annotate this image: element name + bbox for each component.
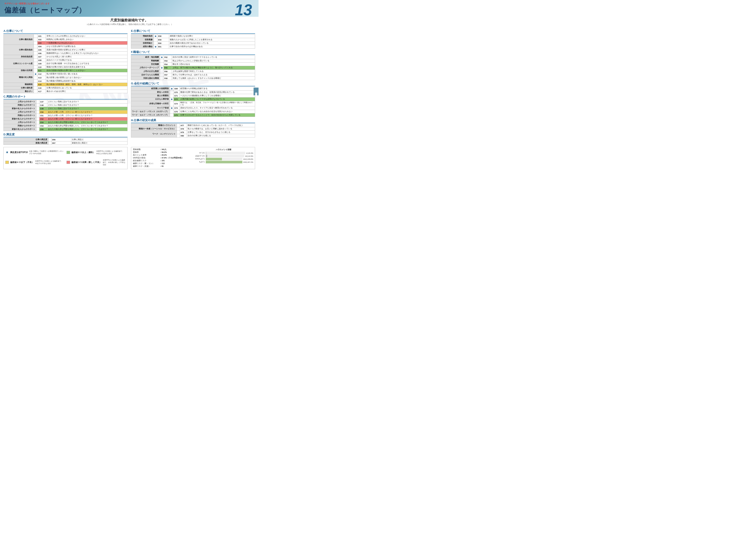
header-note: ※デザインは一部変更になる場合がございます	[4, 2, 254, 5]
stat-row: D/E判定の割合 ：47.5%（うちE判定69名）	[133, 157, 192, 159]
table-row: 変化への対応 G70 職場や仕事で変化があるときは、従業員の意見が聞かれている	[131, 90, 255, 94]
section-e-title: E.仕事について	[131, 29, 255, 34]
table-row: 公正な人事評価 ★ G72 人事評価の結果について十分な説明がなされている	[131, 97, 255, 101]
table-row: キャリア形成 ★ G74 意欲を引き出したり、キャリアに役立つ教育が行われている	[131, 106, 255, 110]
table-row: 情緒的負担 ★ E58 感情面で負担になる仕事だ	[131, 35, 255, 38]
table-row: 職場環境 A15 私の職場の作業環境（騒音、照明、温度、換気など）はよくない	[4, 83, 127, 86]
stats-left: 受検者数 ：341人 受検率 ：94.2% 高ストレス者率 ：20.2% D/E…	[133, 148, 192, 168]
table-row: 職場の一体感（ソーシャル・キャピタル） H78 私たちの職場では、お互いに理解し…	[131, 127, 255, 131]
table-row: 家族や友人からのサポート C52 あなたが困った時、どのくらい頼りになりますか？	[4, 117, 127, 121]
bottom-section: ★ 満足度分析TOP10 全体【優先して改善すべき職場環境ランキング】TOP10…	[3, 147, 255, 169]
legend-star: ★ 満足度分析TOP10 全体【優先して改善すべき職場環境ランキング】TOP10…	[5, 148, 65, 156]
table-row: ワーク・セルフ・バランス（ネガティブ） G75 仕事のことを考えているため自分の…	[131, 110, 255, 114]
table-row: 上司からのサポート C53 あなたの個人的な問題を相談したら、どのくらいきいてく…	[4, 121, 127, 124]
section-a-table: 仕事の量的負担 A01 非常にたくさんの仕事をしなければならない A02 時間内…	[3, 34, 127, 93]
table-row: 技能の活用度 A11 自分の技能や知識を仕事で使うことが少ない	[4, 69, 127, 72]
table-row: 上司からのサポート C50 あなたが困った時、どのくらい頼りになりますか？	[4, 111, 127, 114]
harassment-row: まあそうだ 10人/2.9%	[194, 155, 253, 157]
section-a-title: A.仕事について	[3, 29, 127, 34]
table-row: 上司の公正な態度 F66 上司は誠実な態度で対応してくれる	[131, 70, 255, 73]
legend-grid: ★ 満足度分析TOP10 全体【優先して改善すべき職場環境ランキング】TOP10…	[3, 147, 127, 169]
page-content: 尺度別偏差値傾向です。 （心身のストレス反応領域２９問６尺度は除く。項目の色付け…	[0, 17, 258, 170]
table-row: 家族や友人からのサポート C55 あなたの個人的な問題を相談したら、どのくらいき…	[4, 128, 127, 131]
section-g-table: 経営層との信頼関係 ★ G69 経営層からの情報は信頼できる 変化への対応 G7…	[131, 87, 255, 117]
header: ※デザインは一部変更になる場合がございます 偏差値（ヒートマップ） 13	[0, 0, 258, 17]
table-row: 個人の尊重性 G71 一人ひとりの価値観を大事にしてくれる職場だ	[131, 94, 255, 97]
table-row: 同僚からのサポート C48 どのくらい気軽に話ができますか？	[4, 104, 127, 107]
section-f-table: 経済・地位報酬 ★ F62 自分の仕事に見合う給料やボーナスをもらっている 尊厳…	[131, 55, 255, 80]
page-title: 偏差値（ヒートマップ）	[4, 6, 254, 15]
section-g-title: G.会社や組織について	[131, 81, 255, 86]
table-row: 役割葛藤 E59 複数の人からお互いに矛盾したことを要求される	[131, 38, 255, 41]
table-row: ワーク・セルフ・バランス（ポジティブ） G76 仕事でエネルギーをもらうことで、…	[131, 114, 255, 117]
table-row: 多様な労働者への対応 G73 職場では、（正規、非正規、フルパートなど）色々な立…	[131, 101, 255, 106]
section-h-table: 職場のハラスメント H77 職場で自分がいじめにあっている（セクハラ、パワハラを…	[131, 123, 255, 138]
harassment-row: ちがう 229人/67.2%	[194, 161, 253, 164]
category-cell: 仕事の量的負担	[4, 35, 34, 45]
subtitle-main: 尺度別偏差値傾向です。	[3, 18, 255, 23]
section-d-title: D.満足度	[3, 132, 127, 137]
harassment-section: ハラスメント回答 そうだ 1人/0.3% まあそうだ 10人/2.9%	[194, 148, 253, 168]
table-row: 失敗を認める職場 F68 失敗しても挽回（ばんかい）するチャンスがある職場だ	[131, 77, 255, 80]
table-row: 家族や友人からのサポート C49 どのくらい気軽に話ができますか？	[4, 107, 127, 111]
harassment-row: そうだ 1人/0.3%	[194, 152, 253, 154]
table-row: 身体的負担度 A07 からだを大変よく使う仕事だ	[4, 55, 127, 59]
table-row: 職場のハラスメント H77 職場で自分がいじめにあっている（セクハラ、パワハラを…	[131, 124, 255, 127]
stat-row: 高ストレス者率 ：20.2%	[133, 154, 192, 157]
section-f-title: F.職場について	[131, 50, 255, 55]
page-number: 13	[235, 2, 252, 18]
table-row: ほめてもらえる職場 F67 努力して仕事をすれば、ほめてもらえる	[131, 73, 255, 77]
legend-yellow: 偏差値４０以下（不良） 全国平均との比較による偏差値で、40以下の不良な項目	[5, 157, 65, 167]
table-row: 仕事の満足度 D56 仕事に満足だ	[4, 138, 127, 141]
table-row: 仕事の量的負担 A01 非常にたくさんの仕事をしなければならない	[4, 35, 127, 38]
table-row: ワーク・エンゲイジメント H79 仕事をしていると、活力がみなぎるように感じる	[131, 131, 255, 134]
left-column: A.仕事について 仕事の量的負担 A01 非常にたくさんの仕事をしなければならな…	[3, 28, 127, 146]
table-row: 職場の対人関係 ★ A12 私の部署内で意見の言い違いがある	[4, 72, 127, 76]
harassment-title: ハラスメント回答	[194, 148, 253, 151]
table-row: 役割明確さ E60 自分の職務や責任が何であるか分かっている	[131, 41, 255, 45]
table-row: 尊厳報酬 F63 私は上司からふさわしい評価を受けている	[131, 59, 255, 63]
right-column: E.仕事について 情緒的負担 ★ E58 感情面で負担になる仕事だ 役割葛藤 E…	[131, 28, 255, 146]
stat-row: 健康リスク（支援） ：91	[133, 165, 192, 168]
table-row: 同僚からのサポート C54 あなたの個人的な問題を相談したら、どのくらいきいてく…	[4, 124, 127, 128]
stat-row: 総合健康リスク ：101	[133, 160, 192, 162]
stat-row: 健康リスク（奮－コン） ：112	[133, 162, 192, 165]
table-row: 上司のリーダーシップ ★ F65 上司は、部下が能力を伸ばす機会を持つように、取…	[131, 66, 255, 70]
subtitle-sub: （心身のストレス反応領域２９問６尺度は除く。項目の色付けに関しては左下をご参照く…	[3, 23, 255, 26]
table-row: 仕事のコントロール度 A08 自分のペースで仕事ができる	[4, 59, 127, 62]
stat-row: 受検率 ：94.2%	[133, 151, 192, 154]
section-c-title: C.周囲のサポート	[3, 94, 127, 99]
table-row: 上司からのサポート C47 どのくらい気軽に話ができますか？	[4, 100, 127, 104]
section-c-table: 上司からのサポート C47 どのくらい気軽に話ができますか？ 同僚からのサポート…	[3, 100, 127, 131]
main-columns: A.仕事について 仕事の量的負担 A01 非常にたくさんの仕事をしなければならな…	[3, 28, 255, 146]
legend-green: 偏差値６０以上（優良） 全国平均との比較による偏差値で、60以上の良好な項目	[67, 148, 125, 156]
subtitle-area: 尺度別偏差値傾向です。 （心身のストレス反応領域２９問６尺度は除く。項目の色付け…	[3, 18, 255, 26]
stats-grid: 受検者数 ：341人 受検率 ：94.2% 高ストレス者率 ：20.2% D/E…	[131, 147, 255, 169]
table-row: 家庭の満足度 D57 家庭生活に満足だ	[4, 141, 127, 145]
legend-red: 偏差値３５未満（著しく不良） 全国平均との比較による偏差値で、35未満の著しく不…	[67, 157, 125, 167]
table-row: 同僚からのサポート C51 あなたが困った時、どのくらい頼りになりますか？	[4, 114, 127, 117]
section-d-table: 仕事の満足度 D56 仕事に満足だ 家庭の満足度 D57 家庭生活に満足だ	[3, 138, 127, 145]
table-row: 仕事の質的負担 A04 かなり注意を集中する必要がある	[4, 45, 127, 48]
table-row: 仕事の適性度 A16 仕事の内容自分にあっている	[4, 86, 127, 90]
table-row: 安定報酬 F64 職を失う恐れがある	[131, 63, 255, 66]
table-row: 働きがい A17 働きがいのある仕事だ	[4, 90, 127, 93]
table-row: 成長の機会 ★ E61 仕事で自分の長所をのばす機会がある	[131, 45, 255, 49]
harassment-row: ややちがう 101人/29.6%	[194, 158, 253, 160]
section-h-title: H.仕事の状況や成果	[131, 118, 255, 123]
stat-row: 受検者数 ：341人	[133, 148, 192, 151]
table-row: 経済・地位報酬 ★ F62 自分の仕事に見合う給料やボーナスをもらっている	[131, 56, 255, 59]
sidebar-tab: 偏差値	[254, 88, 258, 95]
table-row: 経営層との信頼関係 ★ G69 経営層からの情報は信頼できる	[131, 87, 255, 90]
section-e-table: 情緒的負担 ★ E58 感情面で負担になる仕事だ 役割葛藤 E59 複数の人から…	[131, 34, 255, 49]
